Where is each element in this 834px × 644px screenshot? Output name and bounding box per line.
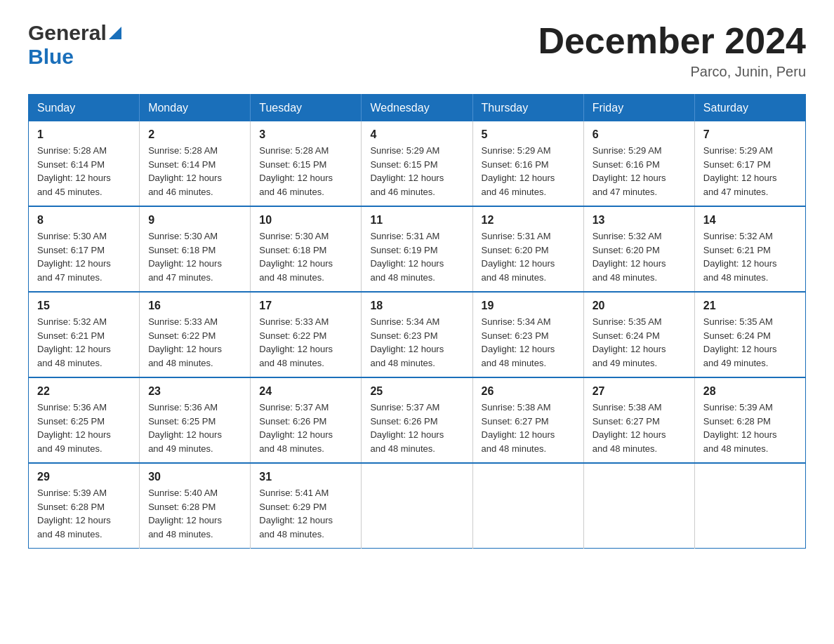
day-detail: Sunrise: 5:32 AMSunset: 6:21 PMDaylight:… [37, 316, 111, 368]
table-row: 12 Sunrise: 5:31 AMSunset: 6:20 PMDaylig… [472, 206, 583, 292]
table-row: 7 Sunrise: 5:29 AMSunset: 6:17 PMDayligh… [694, 121, 805, 206]
col-wednesday: Wednesday [362, 95, 472, 122]
day-detail: Sunrise: 5:29 AMSunset: 6:15 PMDaylight:… [370, 145, 444, 197]
table-row: 24 Sunrise: 5:37 AMSunset: 6:26 PMDaylig… [251, 377, 362, 463]
day-number: 19 [482, 300, 575, 312]
day-detail: Sunrise: 5:34 AMSunset: 6:23 PMDaylight:… [370, 316, 444, 368]
table-row: 15 Sunrise: 5:32 AMSunset: 6:21 PMDaylig… [29, 292, 140, 377]
day-detail: Sunrise: 5:35 AMSunset: 6:24 PMDaylight:… [593, 316, 666, 368]
month-title: December 2024 [538, 21, 806, 61]
calendar-week-row: 1 Sunrise: 5:28 AMSunset: 6:14 PMDayligh… [29, 121, 806, 206]
day-detail: Sunrise: 5:29 AMSunset: 6:16 PMDaylight:… [593, 145, 666, 197]
table-row: 17 Sunrise: 5:33 AMSunset: 6:22 PMDaylig… [251, 292, 362, 377]
day-detail: Sunrise: 5:30 AMSunset: 6:18 PMDaylight:… [259, 231, 333, 283]
table-row: 8 Sunrise: 5:30 AMSunset: 6:17 PMDayligh… [29, 206, 140, 292]
day-number: 7 [703, 128, 797, 141]
col-sunday: Sunday [29, 95, 140, 122]
title-block: December 2024 Parco, Junin, Peru [538, 21, 806, 80]
table-row: 2 Sunrise: 5:28 AMSunset: 6:14 PMDayligh… [140, 121, 251, 206]
day-number: 24 [259, 385, 352, 398]
logo-blue-text: Blue [28, 45, 74, 69]
day-detail: Sunrise: 5:29 AMSunset: 6:16 PMDaylight:… [482, 145, 555, 197]
table-row: 3 Sunrise: 5:28 AMSunset: 6:15 PMDayligh… [251, 121, 362, 206]
table-row: 23 Sunrise: 5:36 AMSunset: 6:25 PMDaylig… [140, 377, 251, 463]
day-number: 21 [703, 300, 797, 312]
table-row: 25 Sunrise: 5:37 AMSunset: 6:26 PMDaylig… [362, 377, 472, 463]
day-detail: Sunrise: 5:36 AMSunset: 6:25 PMDaylight:… [148, 402, 222, 454]
col-friday: Friday [583, 95, 694, 122]
day-detail: Sunrise: 5:31 AMSunset: 6:20 PMDaylight:… [482, 231, 555, 283]
day-number: 11 [370, 214, 463, 227]
table-row: 22 Sunrise: 5:36 AMSunset: 6:25 PMDaylig… [29, 377, 140, 463]
day-number: 14 [703, 214, 797, 227]
day-detail: Sunrise: 5:31 AMSunset: 6:19 PMDaylight:… [370, 231, 444, 283]
day-number: 4 [370, 128, 463, 141]
day-number: 5 [482, 128, 575, 141]
table-row: 11 Sunrise: 5:31 AMSunset: 6:19 PMDaylig… [362, 206, 472, 292]
day-detail: Sunrise: 5:29 AMSunset: 6:17 PMDaylight:… [703, 145, 777, 197]
day-number: 29 [37, 471, 131, 483]
col-saturday: Saturday [694, 95, 805, 122]
logo-line1: General [28, 21, 121, 45]
day-number: 6 [593, 128, 686, 141]
day-detail: Sunrise: 5:40 AMSunset: 6:28 PMDaylight:… [148, 488, 222, 539]
day-number: 12 [482, 214, 575, 227]
day-detail: Sunrise: 5:32 AMSunset: 6:20 PMDaylight:… [593, 231, 666, 283]
table-row: 10 Sunrise: 5:30 AMSunset: 6:18 PMDaylig… [251, 206, 362, 292]
table-row: 20 Sunrise: 5:35 AMSunset: 6:24 PMDaylig… [583, 292, 694, 377]
table-row: 14 Sunrise: 5:32 AMSunset: 6:21 PMDaylig… [694, 206, 805, 292]
day-detail: Sunrise: 5:38 AMSunset: 6:27 PMDaylight:… [482, 402, 555, 454]
day-detail: Sunrise: 5:36 AMSunset: 6:25 PMDaylight:… [37, 402, 111, 454]
logo-line2: Blue [28, 45, 74, 69]
day-number: 17 [259, 300, 352, 312]
calendar-week-row: 8 Sunrise: 5:30 AMSunset: 6:17 PMDayligh… [29, 206, 806, 292]
table-row: 30 Sunrise: 5:40 AMSunset: 6:28 PMDaylig… [140, 463, 251, 549]
table-row [362, 463, 472, 549]
day-detail: Sunrise: 5:28 AMSunset: 6:15 PMDaylight:… [259, 145, 333, 197]
col-thursday: Thursday [472, 95, 583, 122]
day-number: 9 [148, 214, 241, 227]
logo-triangle-icon [109, 27, 121, 42]
day-number: 16 [148, 300, 241, 312]
day-detail: Sunrise: 5:33 AMSunset: 6:22 PMDaylight:… [259, 316, 333, 368]
table-row: 19 Sunrise: 5:34 AMSunset: 6:23 PMDaylig… [472, 292, 583, 377]
day-number: 22 [37, 385, 131, 398]
day-detail: Sunrise: 5:37 AMSunset: 6:26 PMDaylight:… [259, 402, 333, 454]
day-number: 1 [37, 128, 131, 141]
table-row [694, 463, 805, 549]
table-row: 4 Sunrise: 5:29 AMSunset: 6:15 PMDayligh… [362, 121, 472, 206]
day-number: 18 [370, 300, 463, 312]
day-detail: Sunrise: 5:35 AMSunset: 6:24 PMDaylight:… [703, 316, 777, 368]
table-row: 16 Sunrise: 5:33 AMSunset: 6:22 PMDaylig… [140, 292, 251, 377]
location: Parco, Junin, Peru [538, 64, 806, 80]
day-number: 3 [259, 128, 352, 141]
logo-general-text: General [28, 21, 107, 45]
calendar-week-row: 22 Sunrise: 5:36 AMSunset: 6:25 PMDaylig… [29, 377, 806, 463]
day-detail: Sunrise: 5:39 AMSunset: 6:28 PMDaylight:… [37, 488, 111, 539]
table-row [583, 463, 694, 549]
svg-marker-0 [109, 27, 121, 39]
day-detail: Sunrise: 5:32 AMSunset: 6:21 PMDaylight:… [703, 231, 777, 283]
calendar-week-row: 15 Sunrise: 5:32 AMSunset: 6:21 PMDaylig… [29, 292, 806, 377]
day-number: 10 [259, 214, 352, 227]
table-row: 29 Sunrise: 5:39 AMSunset: 6:28 PMDaylig… [29, 463, 140, 549]
day-detail: Sunrise: 5:30 AMSunset: 6:18 PMDaylight:… [148, 231, 222, 283]
day-number: 23 [148, 385, 241, 398]
day-number: 28 [703, 385, 797, 398]
day-number: 30 [148, 471, 241, 483]
day-number: 20 [593, 300, 686, 312]
calendar-week-row: 29 Sunrise: 5:39 AMSunset: 6:28 PMDaylig… [29, 463, 806, 549]
day-detail: Sunrise: 5:33 AMSunset: 6:22 PMDaylight:… [148, 316, 222, 368]
table-row: 21 Sunrise: 5:35 AMSunset: 6:24 PMDaylig… [694, 292, 805, 377]
day-number: 31 [259, 471, 352, 483]
day-detail: Sunrise: 5:38 AMSunset: 6:27 PMDaylight:… [593, 402, 666, 454]
table-row: 27 Sunrise: 5:38 AMSunset: 6:27 PMDaylig… [583, 377, 694, 463]
day-number: 26 [482, 385, 575, 398]
day-number: 15 [37, 300, 131, 312]
calendar-table: Sunday Monday Tuesday Wednesday Thursday… [28, 94, 806, 549]
table-row: 6 Sunrise: 5:29 AMSunset: 6:16 PMDayligh… [583, 121, 694, 206]
table-row: 9 Sunrise: 5:30 AMSunset: 6:18 PMDayligh… [140, 206, 251, 292]
table-row: 31 Sunrise: 5:41 AMSunset: 6:29 PMDaylig… [251, 463, 362, 549]
day-detail: Sunrise: 5:28 AMSunset: 6:14 PMDaylight:… [148, 145, 222, 197]
table-row: 13 Sunrise: 5:32 AMSunset: 6:20 PMDaylig… [583, 206, 694, 292]
